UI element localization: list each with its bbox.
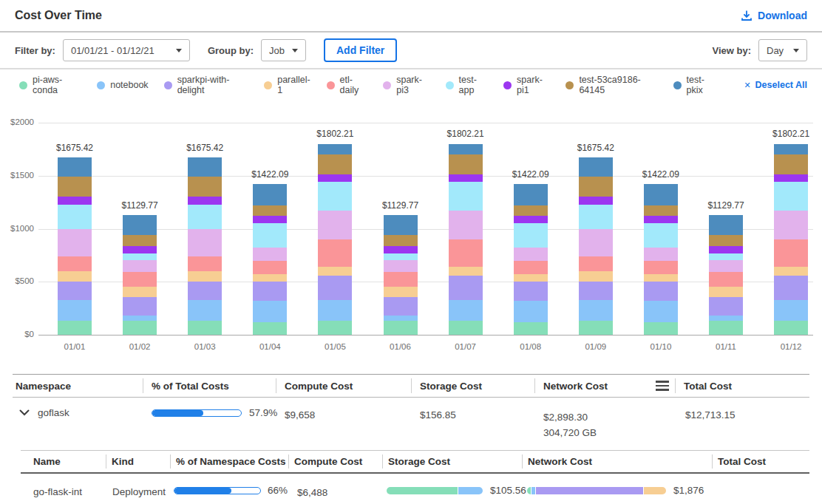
- bar-total-label: $1802.21: [301, 129, 369, 139]
- bar-segment-pi-aws-conda: [774, 321, 808, 335]
- x-axis-tick-label: 01/06: [374, 342, 427, 351]
- legend-dot: [97, 81, 105, 89]
- legend-label: test-pkix: [687, 75, 717, 95]
- col-compute: Compute Cost: [276, 375, 411, 397]
- legend-label: test-app: [459, 75, 489, 95]
- chart-bar-01/03[interactable]: [188, 157, 222, 335]
- legend-item-notebook[interactable]: notebook: [97, 80, 148, 90]
- network-cost-cell: $2,898.30 304,720 GB: [534, 407, 675, 440]
- chart-bar-01/07[interactable]: [449, 144, 483, 336]
- compute-cost-value: $9,658: [276, 407, 411, 420]
- legend-item-sparkpi-with-delight[interactable]: sparkpi-with-delight: [164, 75, 249, 95]
- bar-segment-test-app: [644, 223, 678, 248]
- table-row-goflask[interactable]: goflask 57.9% $9,658 $156.85 $2,898.30 3…: [13, 398, 809, 450]
- bar-segment-test-53ca9186-64145: [123, 235, 157, 245]
- bar-segment-spark-pi3: [709, 260, 743, 272]
- table-row-go-flask-int[interactable]: go-flask-int Deployment 66% $6,488 $105.…: [21, 474, 809, 504]
- bar-segment-sparkpi-with-delight: [253, 282, 287, 301]
- bar-segment-spark-pi1: [318, 174, 352, 182]
- bar-segment-parallel-1: [579, 271, 613, 282]
- legend-item-pi-aws-conda[interactable]: pi-aws-conda: [19, 75, 81, 95]
- bar-segment-notebook: [579, 300, 613, 321]
- bar-segment-test-53ca9186-64145: [774, 154, 808, 174]
- bar-segment-notebook: [188, 300, 222, 321]
- chart-bar-01/01[interactable]: [58, 157, 92, 335]
- bar-segment-etl-daily: [709, 272, 743, 287]
- bar-segment-test-app: [123, 253, 157, 260]
- date-range-select[interactable]: 01/01/21 - 01/12/21: [63, 39, 190, 61]
- bar-segment-sparkpi-with-delight: [384, 297, 418, 316]
- bar-segment-test-pkix: [579, 157, 613, 177]
- gridline: [38, 335, 813, 336]
- download-button[interactable]: Download: [741, 10, 807, 21]
- bar-segment-sparkpi-with-delight: [188, 282, 222, 299]
- chart-bar-01/12[interactable]: [774, 144, 808, 336]
- bar-segment-spark-pi1: [123, 246, 157, 254]
- legend-item-parallel-1[interactable]: parallel-1: [264, 75, 310, 95]
- bar-segment-etl-daily: [253, 261, 287, 275]
- group-by-select[interactable]: Job: [261, 39, 306, 61]
- bar-segment-spark-pi3: [579, 229, 613, 256]
- deselect-all-button[interactable]: ✕ Deselect All: [744, 80, 807, 90]
- pct-of-total-value: 57.9%: [249, 407, 277, 418]
- bar-segment-etl-daily: [384, 272, 418, 287]
- namespace-name: goflask: [38, 407, 69, 418]
- bar-segment-test-app: [384, 253, 418, 260]
- namespace-cell[interactable]: goflask: [13, 407, 143, 418]
- legend-item-etl-daily[interactable]: etl-daily: [327, 75, 368, 95]
- chart-bar-01/10[interactable]: [644, 184, 678, 335]
- chart-bar-01/02[interactable]: [123, 215, 157, 335]
- cost-over-time-chart: $0$500$1000$1500$2000$1675.4201/01$1129.…: [0, 101, 822, 346]
- legend-label: spark-pi3: [396, 75, 429, 95]
- bar-segment-pi-aws-conda: [384, 321, 418, 335]
- chart-bar-01/06[interactable]: [384, 215, 418, 335]
- legend-item-test-53ca9186-64145[interactable]: test-53ca9186-64145: [565, 75, 657, 95]
- deselect-all-label: Deselect All: [755, 80, 807, 90]
- bar-segment-notebook: [253, 301, 287, 322]
- bar-segment-sparkpi-with-delight: [709, 297, 743, 316]
- bar-segment-spark-pi3: [58, 229, 92, 256]
- legend-label: test-53ca9186-64145: [579, 75, 657, 95]
- legend-item-test-pkix[interactable]: test-pkix: [673, 75, 717, 95]
- close-icon: ✕: [744, 81, 750, 90]
- bar-segment-pi-aws-conda: [449, 321, 483, 335]
- x-axis-tick-label: 01/12: [764, 342, 818, 351]
- bar-segment-spark-pi1: [644, 216, 678, 223]
- legend-item-test-app[interactable]: test-app: [446, 75, 489, 95]
- compute-cost-value: $6,488: [288, 485, 382, 498]
- view-by-select[interactable]: Day: [758, 39, 807, 61]
- add-filter-button[interactable]: Add Filter: [324, 38, 397, 62]
- bar-segment-parallel-1: [318, 267, 352, 275]
- bar-segment-test-app: [709, 253, 743, 260]
- filter-by-label: Filter by:: [15, 45, 55, 56]
- bar-segment-test-53ca9186-64145: [253, 205, 287, 216]
- chart-bar-01/11[interactable]: [709, 215, 743, 335]
- progress-bar: [152, 409, 242, 417]
- legend-item-spark-pi3[interactable]: spark-pi3: [383, 75, 429, 95]
- bar-segment-parallel-1: [514, 274, 548, 282]
- chevron-down-icon[interactable]: [19, 409, 30, 416]
- col-namespace: Namespace: [13, 375, 143, 397]
- bar-segment-notebook: [774, 300, 808, 321]
- col-network: Network Cost: [534, 375, 675, 397]
- chart-bar-01/09[interactable]: [579, 157, 613, 335]
- chart-bar-01/05[interactable]: [318, 144, 352, 336]
- legend-items: pi-aws-condanotebooksparkpi-with-delight…: [19, 75, 716, 95]
- chart-bar-01/04[interactable]: [253, 184, 287, 335]
- bar-segment-pi-aws-conda: [579, 321, 613, 335]
- chart-bar-01/08[interactable]: [514, 184, 548, 335]
- total-cost-value: $12,713.15: [675, 407, 809, 420]
- bar-segment-spark-pi1: [384, 246, 418, 254]
- bar-segment-notebook: [318, 300, 352, 321]
- legend-item-spark-pi1[interactable]: spark-pi1: [503, 75, 550, 95]
- bar-segment-spark-pi1: [449, 174, 483, 182]
- col-storage: Storage Cost: [411, 375, 534, 397]
- column-menu-icon[interactable]: [656, 379, 669, 392]
- group-by-value: Job: [269, 45, 285, 56]
- pct-of-namespace-value: 66%: [268, 485, 288, 496]
- detail-table-header: Name Kind % of Namespace Costs Compute C…: [21, 451, 809, 474]
- network-cost-bar: [527, 487, 666, 494]
- y-axis-tick-label: $1000: [0, 224, 34, 233]
- bar-segment-parallel-1: [384, 287, 418, 297]
- x-axis-tick-label: 01/11: [699, 342, 753, 351]
